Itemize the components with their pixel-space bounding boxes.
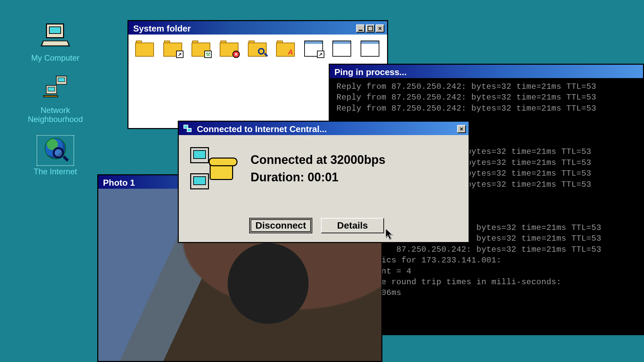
folder-error[interactable] [220, 41, 238, 57]
minimize-button[interactable] [356, 24, 365, 33]
network-icon [39, 76, 72, 103]
desktop-icon-the-internet[interactable]: The Internet [17, 137, 94, 176]
desktop-icon-network-neighbourhood[interactable]: Network Neighbourhood [17, 76, 94, 124]
connection-status-text: Connected at 32000bps Duration: 00:01 [251, 147, 385, 194]
folder-search[interactable] [248, 41, 267, 57]
desktop-icon-label: Network Neighbourhood [17, 106, 94, 124]
window-title: Ping in process... [334, 67, 640, 77]
desktop-icon-label: My Computer [17, 54, 94, 62]
folder-plain[interactable] [135, 41, 154, 57]
err-badge-icon [232, 51, 240, 58]
desktop-icons: My Computer Network Neighbourhood The In… [17, 23, 94, 190]
dialog-connection[interactable]: Connected to Internet Central... × Conne… [178, 121, 470, 243]
titlebar[interactable]: Connected to Internet Central... × [179, 122, 469, 135]
close-button[interactable]: × [376, 24, 384, 33]
window-shortcut[interactable] [304, 41, 323, 57]
window-title: System folder [133, 23, 355, 34]
folder-shortcut[interactable] [163, 41, 182, 57]
desktop-icon-my-computer[interactable]: My Computer [17, 23, 94, 62]
window-user[interactable] [332, 41, 351, 57]
details-button[interactable]: Details [321, 218, 384, 233]
cursor-icon [386, 229, 394, 239]
modem-network-icon [190, 147, 237, 194]
arrow-badge-icon [317, 51, 324, 58]
folder-fonts[interactable] [276, 41, 295, 57]
font-badge-icon [287, 49, 294, 56]
connection-icon [183, 125, 194, 133]
titlebar[interactable]: Ping in process... [330, 65, 643, 78]
computer-icon [39, 23, 72, 50]
close-button[interactable]: × [457, 125, 466, 133]
desktop-icon-label: The Internet [17, 167, 94, 176]
arrow-badge-icon [176, 51, 183, 58]
folder-contents [128, 35, 387, 63]
maximize-button[interactable] [366, 24, 375, 33]
search-badge-icon [258, 48, 268, 58]
disconnect-button[interactable]: Disconnect [249, 218, 312, 233]
folder-tools[interactable] [192, 41, 210, 57]
connection-speed: Connected at 32000bps [251, 151, 385, 169]
window-colors[interactable] [361, 41, 379, 57]
titlebar[interactable]: System folder × [128, 21, 387, 35]
connection-duration: Duration: 00:01 [251, 169, 385, 186]
tools-badge-icon [204, 51, 212, 58]
window-title: Connected to Internet Central... [197, 124, 456, 134]
globe-search-icon [39, 137, 72, 164]
